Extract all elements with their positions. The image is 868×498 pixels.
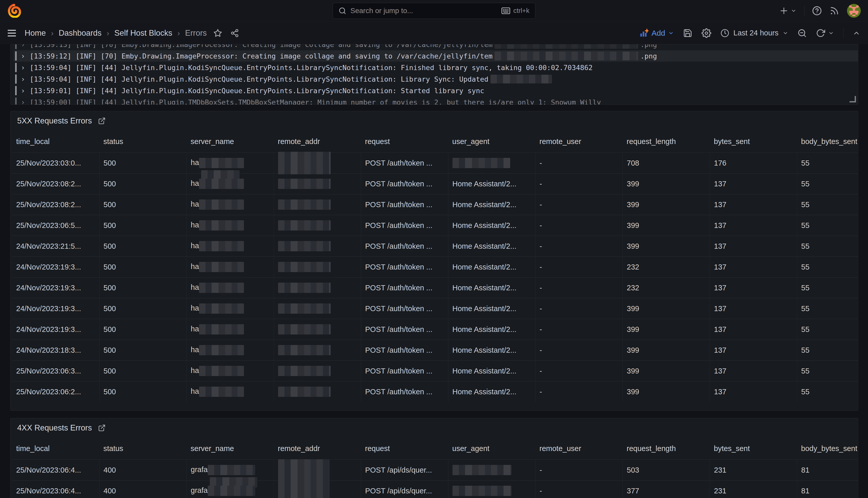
table-row: 25/Nov/2023:06:4...400grafaPOST /api/ds/… [12,481,858,498]
breadcrumb-home[interactable]: Home [25,28,46,38]
log-expand-chevron-icon[interactable]: › [21,98,25,105]
log-expand-chevron-icon[interactable]: › [21,63,25,72]
dashboard-settings-button[interactable] [702,28,711,38]
log-expand-chevron-icon[interactable]: › [21,87,25,95]
zoom-out-time-button[interactable] [798,28,807,38]
cell-time_local: 24/Nov/2023:19:3... [12,257,99,277]
column-header-remote_user[interactable]: remote_user [535,438,623,460]
cell-user_agent [448,460,535,481]
save-dashboard-button[interactable] [683,28,692,38]
column-header-request_length[interactable]: request_length [623,131,710,153]
log-row[interactable]: ›[13:59:12] [INF] [70] Emby.Drawing.Imag… [14,50,858,62]
column-header-server_name[interactable]: server_name [187,438,274,460]
menu-toggle-button[interactable] [8,30,16,37]
cell-time_local: 25/Nov/2023:08:2... [12,194,99,215]
user-avatar[interactable] [847,4,861,18]
grafana-logo[interactable] [7,4,21,18]
column-header-remote_user[interactable]: remote_user [535,131,623,153]
breadcrumb-dashboards[interactable]: Dashboards [59,28,101,38]
breadcrumb-folder[interactable]: Self Host Blocks [114,28,172,38]
column-header-user_agent[interactable]: user_agent [448,131,535,153]
news-button[interactable] [829,6,839,16]
cell-bytes_sent: 137 [710,361,797,381]
cell-remote_addr [274,215,361,236]
cell-server_name: ha [187,236,274,257]
breadcrumb-separator: › [51,29,54,38]
cell-status: 400 [99,460,187,481]
redacted-text [199,283,244,293]
panel-title[interactable]: 5XX Requests Errors [17,116,92,126]
redacted-text [278,262,331,272]
column-header-request_length[interactable]: request_length [623,438,710,460]
collapse-toolbar-button[interactable] [853,29,860,37]
cell-request: POST /auth/token ... [361,215,448,236]
column-header-time_local[interactable]: time_local [12,438,99,460]
column-header-bytes_sent[interactable]: bytes_sent [710,438,797,460]
table-row: 25/Nov/2023:03:0...500haPOST /auth/token… [12,153,858,173]
cell-request: POST /auth/token ... [361,319,448,340]
log-row[interactable]: ›[13:59:01] [INF] [44] Jellyfin.Plugin.K… [14,85,858,96]
log-row[interactable]: ›[13:59:04] [INF] [44] Jellyfin.Plugin.K… [14,62,858,73]
favorite-button[interactable] [213,29,222,38]
log-row[interactable]: ›[13:59:13] [INF] [70] Emby.Drawing.Imag… [14,44,858,50]
panel-title[interactable]: 4XX Requests Errors [17,423,92,433]
cell-server_name: ha [187,194,274,215]
log-row[interactable]: ›[13:59:00] [INF] [44] Jellyfin.Plugin.T… [14,96,858,104]
cell-bytes_sent: 137 [710,277,797,298]
cell-body_bytes_sent: 81 [797,481,858,498]
table-row: 24/Nov/2023:21:5...500haPOST /auth/token… [12,236,858,257]
external-link-icon[interactable] [98,117,106,125]
column-header-request[interactable]: request [361,438,448,460]
cell-time_local: 25/Nov/2023:08:2... [12,173,99,194]
cell-request_length: 399 [623,298,710,319]
column-header-remote_addr[interactable]: remote_addr [274,131,361,153]
column-header-body_bytes_sent[interactable]: body_bytes_sent [797,131,858,153]
search-input[interactable]: Search or jump to... ctrl+k [333,3,535,19]
add-panel-button[interactable]: Add [639,28,674,38]
redacted-text [494,44,638,49]
cell-bytes_sent: 137 [710,298,797,319]
cell-user_agent: Home Assistant/2... [448,340,535,361]
cell-bytes_sent: 137 [710,173,797,194]
refresh-button[interactable] [816,28,834,38]
log-text: .png [640,44,657,49]
cell-bytes_sent: 137 [710,381,797,402]
cell-remote_user: - [535,340,623,361]
column-header-status[interactable]: status [99,131,187,153]
cell-time_local: 24/Nov/2023:21:5... [12,236,99,257]
column-header-body_bytes_sent[interactable]: body_bytes_sent [797,438,858,460]
column-header-bytes_sent[interactable]: bytes_sent [710,131,797,153]
redacted-text [199,179,244,189]
share-button[interactable] [230,29,239,38]
cell-body_bytes_sent: 55 [797,173,858,194]
log-expand-chevron-icon[interactable]: › [21,75,25,83]
cell-remote_user: - [535,153,623,173]
column-header-user_agent[interactable]: user_agent [448,438,535,460]
cell-user_agent: Home Assistant/2... [448,215,535,236]
new-button[interactable] [779,6,797,15]
column-header-time_local[interactable]: time_local [12,131,99,153]
cell-server_name: ha [187,153,274,173]
column-header-request[interactable]: request [361,131,448,153]
redacted-text [452,158,510,168]
time-range-picker[interactable]: Last 24 hours [720,29,788,38]
log-row[interactable]: ›[13:59:04] [INF] [44] Jellyfin.Plugin.K… [14,74,858,85]
redacted-text [278,199,331,210]
table-row: 24/Nov/2023:19:3...500haPOST /auth/token… [12,298,858,319]
external-link-icon[interactable] [98,424,106,432]
chevron-down-icon [791,8,797,14]
redacted-text [452,486,512,496]
column-header-remote_addr[interactable]: remote_addr [274,438,361,460]
column-header-status[interactable]: status [99,438,187,460]
cell-body_bytes_sent: 55 [797,236,858,257]
cell-time_local: 25/Nov/2023:06:2... [12,381,99,402]
table-row: 25/Nov/2023:08:2...500haPOST /auth/token… [12,173,858,194]
redacted-text [278,386,331,397]
log-expand-chevron-icon[interactable]: › [21,52,25,60]
log-expand-chevron-icon[interactable]: › [21,44,25,49]
panel-resize-handle[interactable] [850,96,856,102]
help-button[interactable] [812,6,822,16]
redacted-text [278,152,331,174]
column-header-server_name[interactable]: server_name [187,131,274,153]
log-level-bar [15,75,17,84]
